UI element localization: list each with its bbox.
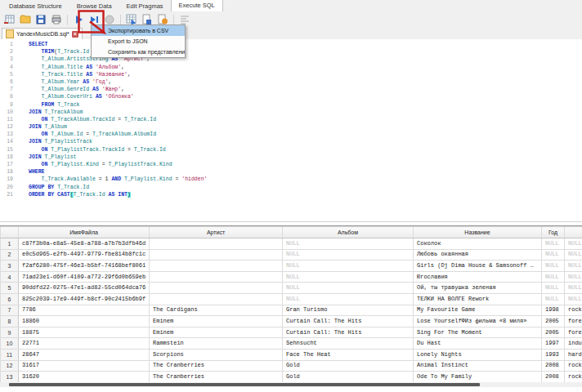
column-header[interactable]: Год <box>542 227 565 238</box>
cell[interactable]: My Favourite Game <box>414 305 542 316</box>
row-number[interactable]: 10 <box>1 338 19 350</box>
sql-line[interactable]: 8 T_Album.CoverUri AS 'Обложка' <box>0 93 582 100</box>
cell[interactable]: NULL <box>565 261 582 272</box>
cell[interactable]: 18860 <box>19 316 150 327</box>
table-row[interactable]: 590ddfd22-0275-47e1-ad82-55cd064dca76NUL… <box>1 283 582 294</box>
editor-tab[interactable]: YandexMusicDB.sql* × <box>2 28 83 39</box>
cell[interactable]: e0c5d965-e2fb-4497-9779-fbe814b8fc1c <box>19 249 150 261</box>
menu-item-1[interactable]: Export to JSON <box>92 36 185 47</box>
cell[interactable]: Animal Instinct <box>414 360 542 372</box>
row-number[interactable]: 6 <box>1 293 19 305</box>
sql-line[interactable]: 15 ON T_PlaylistTrack.TrackId = T_Track.… <box>0 146 582 154</box>
sql-line[interactable]: 3 T_Album.ArtistsString AS 'Артист', <box>0 56 582 63</box>
sql-line[interactable]: 17 ON T_Playlist.Kind = T_PlaylistTrack.… <box>0 161 582 168</box>
sql-line[interactable]: 9 FROM T_Track <box>0 101 582 109</box>
cell[interactable]: NULL <box>542 293 565 305</box>
table-row[interactable]: 1022771RammsteinSehnsuchtDu Hast1997indu <box>1 338 582 350</box>
cell[interactable]: NULL <box>565 271 582 283</box>
cell[interactable]: Любовь окаянная <box>414 249 542 261</box>
cell[interactable]: Ой, ты травушка зеленая <box>414 283 542 294</box>
row-number[interactable]: 8 <box>1 316 19 327</box>
cell[interactable]: The Cranberries <box>150 372 283 382</box>
row-number[interactable]: 7 <box>1 305 19 316</box>
cell[interactable]: NULL <box>542 238 565 250</box>
row-number[interactable]: 2 <box>1 249 19 261</box>
cell[interactable]: The Cranberries <box>150 360 283 372</box>
cell[interactable]: Girls (Dj Dima House & Samsonoff … <box>414 261 542 272</box>
column-header[interactable]: Альбом <box>283 227 414 238</box>
cell[interactable]: NULL <box>283 249 414 261</box>
cell[interactable]: NULL <box>565 293 582 305</box>
cell[interactable]: 28647 <box>19 349 150 360</box>
tab-browse-data[interactable]: Browse Data <box>69 1 119 11</box>
row-number[interactable]: 11 <box>1 349 19 360</box>
column-header[interactable]: Название <box>414 227 542 238</box>
cell[interactable]: 2008 <box>542 360 565 372</box>
table-row[interactable]: 2e0c5d965-e2fb-4497-9779-fbe814b8fc1cNUL… <box>1 249 582 261</box>
sql-line[interactable]: 7 T_Album.GenreId AS 'Жанр', <box>0 86 582 93</box>
cell[interactable]: Eminem <box>150 316 283 327</box>
cell[interactable]: 31620 <box>19 372 150 382</box>
row-number[interactable]: 5 <box>1 283 19 294</box>
sql-line[interactable]: 14JOIN T_PlaylistTrack <box>0 138 582 145</box>
cell[interactable]: NULL <box>542 271 565 283</box>
cell[interactable]: 825c2039-17e9-449f-b8cf-90c2415b6b9f <box>19 293 150 305</box>
cell[interactable] <box>150 293 283 305</box>
cell[interactable]: indu <box>565 338 582 350</box>
print-icon[interactable] <box>50 13 63 26</box>
sql-line[interactable]: 12JOIN T_Album <box>0 123 582 131</box>
save-sql-file-icon[interactable] <box>34 13 47 26</box>
cell[interactable]: Соколок <box>414 238 542 250</box>
sql-line[interactable]: 2 TRIM(T_Track.Id <box>0 48 582 56</box>
tab-execute-sql[interactable]: Execute SQL <box>171 0 223 11</box>
column-header[interactable]: Артист <box>150 227 283 238</box>
sql-line[interactable]: 5 T_Track.Title AS 'Название', <box>0 71 582 78</box>
cell[interactable]: Lonely Nights <box>414 349 542 360</box>
open-sql-file-icon[interactable] <box>19 13 32 26</box>
cell[interactable]: Face The Heat <box>283 349 414 360</box>
cell[interactable]: NULL <box>542 261 565 272</box>
cell[interactable]: NULL <box>283 293 414 305</box>
sql-editor[interactable]: 1SELECT2 TRIM(T_Track.Id3 T_Album.Artist… <box>0 39 582 222</box>
cell[interactable]: 31617 <box>19 360 150 372</box>
cell[interactable]: ТЕЛКИ НА ВОЛГЕ Rework <box>414 293 542 305</box>
cell[interactable]: Gold <box>283 360 414 372</box>
cell[interactable]: 22771 <box>19 338 150 350</box>
scrollbar-thumb[interactable] <box>9 383 480 386</box>
cell[interactable]: NULL <box>283 261 414 272</box>
execute-all-icon[interactable] <box>72 13 85 26</box>
sql-line[interactable]: 18WHERE <box>0 168 582 176</box>
cell[interactable]: 18875 <box>19 327 150 338</box>
sql-line[interactable]: 20GROUP BY T_Track.Id <box>0 184 582 191</box>
cell[interactable]: 1997 <box>542 338 565 350</box>
tab-database-structure[interactable]: Database Structure <box>2 1 69 11</box>
column-header[interactable]: ИмяФайла <box>19 227 150 238</box>
sql-line[interactable]: 1SELECT <box>0 41 582 48</box>
row-number[interactable]: 1 <box>1 238 19 250</box>
cell[interactable]: NULL <box>542 249 565 261</box>
cell[interactable]: 1998 <box>542 305 565 316</box>
cell[interactable]: NULL <box>565 238 582 250</box>
cell[interactable]: rock <box>565 372 582 382</box>
cell[interactable]: hard <box>565 349 582 360</box>
cell[interactable]: Rammstein <box>150 338 283 350</box>
cell[interactable]: Sehnsucht <box>283 338 414 350</box>
splitter[interactable] <box>0 221 582 222</box>
row-number[interactable]: 9 <box>1 327 19 338</box>
cell[interactable]: Югославия <box>414 271 542 283</box>
cell[interactable] <box>150 238 283 250</box>
table-row[interactable]: 1128647ScorpionsFace The HeatLonely Nigh… <box>1 349 582 360</box>
table-row[interactable]: 1231617The CranberriesGoldAnimal Instinc… <box>1 360 582 372</box>
cell[interactable]: Du Hast <box>414 338 542 350</box>
row-number[interactable]: 4 <box>1 271 19 283</box>
cell[interactable]: rock <box>565 305 582 316</box>
table-row[interactable]: 77786The CardigansGran TurismoMy Favouri… <box>1 305 582 316</box>
cell[interactable]: The Cardigans <box>150 305 283 316</box>
cell[interactable]: NULL <box>283 271 414 283</box>
cell[interactable]: Gran Turismo <box>283 305 414 316</box>
table-minus-icon[interactable] <box>3 13 16 26</box>
sql-line[interactable]: 19 T_Track.Available = 1 AND T_Playlist.… <box>0 176 582 183</box>
table-row[interactable]: 6825c2039-17e9-449f-b8cf-90c2415b6b9fNUL… <box>1 293 582 305</box>
cell[interactable]: 2008 <box>542 372 565 382</box>
sql-line[interactable]: 13 ON T_Album.Id = T_TrackAlbum.AlbumId <box>0 131 582 138</box>
